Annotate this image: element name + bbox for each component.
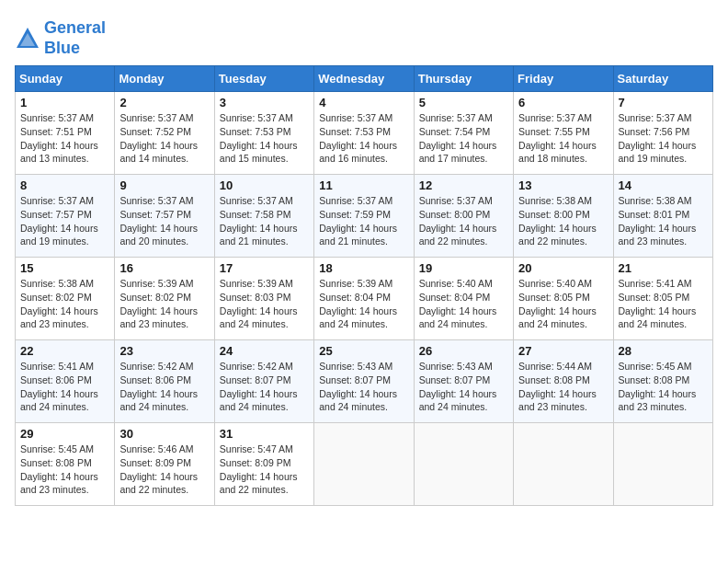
calendar-cell: 22Sunrise: 5:41 AM Sunset: 8:06 PM Dayli…: [16, 340, 115, 423]
day-number: 23: [119, 344, 209, 358]
day-info: Sunrise: 5:37 AM Sunset: 7:57 PM Dayligh…: [119, 194, 209, 248]
day-info: Sunrise: 5:39 AM Sunset: 8:03 PM Dayligh…: [220, 277, 309, 331]
day-info: Sunrise: 5:41 AM Sunset: 8:06 PM Dayligh…: [20, 360, 109, 414]
day-number: 14: [619, 178, 708, 192]
weekday-header-wednesday: Wednesday: [314, 66, 414, 92]
day-number: 9: [119, 178, 209, 192]
calendar-cell: 7Sunrise: 5:37 AM Sunset: 7:56 PM Daylig…: [613, 92, 712, 175]
day-number: 26: [419, 344, 508, 358]
day-number: 20: [518, 261, 608, 275]
day-number: 15: [20, 261, 109, 275]
day-number: 3: [220, 96, 309, 109]
calendar-cell: 6Sunrise: 5:37 AM Sunset: 7:55 PM Daylig…: [514, 92, 613, 175]
calendar-cell: 4Sunrise: 5:37 AM Sunset: 7:53 PM Daylig…: [314, 92, 414, 175]
calendar-cell: [314, 423, 414, 506]
day-number: 2: [119, 96, 209, 109]
day-number: 11: [319, 178, 408, 192]
calendar-cell: 31Sunrise: 5:47 AM Sunset: 8:09 PM Dayli…: [214, 423, 313, 506]
weekday-header-saturday: Saturday: [613, 66, 712, 92]
day-number: 21: [619, 261, 708, 275]
calendar-cell: 28Sunrise: 5:45 AM Sunset: 8:08 PM Dayli…: [613, 340, 712, 423]
calendar-cell: 27Sunrise: 5:44 AM Sunset: 8:08 PM Dayli…: [514, 340, 613, 423]
day-info: Sunrise: 5:45 AM Sunset: 8:08 PM Dayligh…: [20, 442, 109, 497]
day-number: 1: [20, 96, 109, 109]
day-info: Sunrise: 5:37 AM Sunset: 7:55 PM Dayligh…: [518, 111, 608, 166]
day-info: Sunrise: 5:42 AM Sunset: 8:06 PM Dayligh…: [119, 360, 209, 414]
weekday-header-thursday: Thursday: [414, 66, 513, 92]
calendar-cell: 5Sunrise: 5:37 AM Sunset: 7:54 PM Daylig…: [414, 92, 513, 175]
day-info: Sunrise: 5:37 AM Sunset: 7:54 PM Dayligh…: [419, 111, 508, 166]
day-number: 5: [419, 96, 508, 109]
calendar-cell: 19Sunrise: 5:40 AM Sunset: 8:04 PM Dayli…: [414, 258, 513, 340]
page-header: General Blue: [15, 15, 713, 58]
day-number: 4: [319, 96, 408, 109]
day-number: 25: [319, 344, 408, 358]
day-number: 13: [518, 178, 608, 192]
calendar-cell: [613, 423, 712, 506]
day-info: Sunrise: 5:46 AM Sunset: 8:09 PM Dayligh…: [119, 442, 209, 497]
day-number: 6: [518, 96, 608, 109]
day-info: Sunrise: 5:37 AM Sunset: 7:58 PM Dayligh…: [220, 194, 309, 248]
calendar-cell: [514, 423, 613, 506]
day-info: Sunrise: 5:40 AM Sunset: 8:05 PM Dayligh…: [518, 277, 608, 331]
week-row-4: 22Sunrise: 5:41 AM Sunset: 8:06 PM Dayli…: [16, 340, 713, 423]
calendar-cell: 1Sunrise: 5:37 AM Sunset: 7:51 PM Daylig…: [16, 92, 115, 175]
calendar-cell: 15Sunrise: 5:38 AM Sunset: 8:02 PM Dayli…: [16, 258, 115, 340]
week-row-1: 1Sunrise: 5:37 AM Sunset: 7:51 PM Daylig…: [16, 92, 713, 175]
day-number: 8: [20, 178, 109, 192]
day-number: 18: [319, 261, 408, 275]
day-number: 12: [419, 178, 508, 192]
day-info: Sunrise: 5:39 AM Sunset: 8:04 PM Dayligh…: [319, 277, 408, 331]
calendar-cell: [414, 423, 513, 506]
day-info: Sunrise: 5:37 AM Sunset: 7:51 PM Dayligh…: [20, 111, 109, 166]
calendar-cell: 30Sunrise: 5:46 AM Sunset: 8:09 PM Dayli…: [115, 423, 214, 506]
day-info: Sunrise: 5:43 AM Sunset: 8:07 PM Dayligh…: [419, 360, 508, 414]
day-number: 17: [220, 261, 309, 275]
calendar-cell: 16Sunrise: 5:39 AM Sunset: 8:02 PM Dayli…: [115, 258, 214, 340]
day-number: 29: [20, 427, 109, 441]
day-number: 28: [619, 344, 708, 358]
calendar-cell: 17Sunrise: 5:39 AM Sunset: 8:03 PM Dayli…: [214, 258, 313, 340]
calendar-cell: 29Sunrise: 5:45 AM Sunset: 8:08 PM Dayli…: [16, 423, 115, 506]
day-number: 10: [220, 178, 309, 192]
calendar-cell: 9Sunrise: 5:37 AM Sunset: 7:57 PM Daylig…: [115, 175, 214, 258]
calendar-cell: 21Sunrise: 5:41 AM Sunset: 8:05 PM Dayli…: [613, 258, 712, 340]
day-info: Sunrise: 5:47 AM Sunset: 8:09 PM Dayligh…: [220, 442, 309, 497]
day-info: Sunrise: 5:44 AM Sunset: 8:08 PM Dayligh…: [518, 360, 608, 414]
calendar-cell: 26Sunrise: 5:43 AM Sunset: 8:07 PM Dayli…: [414, 340, 513, 423]
logo-icon: [15, 26, 40, 52]
day-info: Sunrise: 5:45 AM Sunset: 8:08 PM Dayligh…: [619, 360, 708, 414]
weekday-header-friday: Friday: [514, 66, 613, 92]
day-number: 24: [220, 344, 309, 358]
calendar-cell: 2Sunrise: 5:37 AM Sunset: 7:52 PM Daylig…: [115, 92, 214, 175]
calendar-cell: 11Sunrise: 5:37 AM Sunset: 7:59 PM Dayli…: [314, 175, 414, 258]
calendar-cell: 13Sunrise: 5:38 AM Sunset: 8:00 PM Dayli…: [514, 175, 613, 258]
calendar-cell: 12Sunrise: 5:37 AM Sunset: 8:00 PM Dayli…: [414, 175, 513, 258]
weekday-header-sunday: Sunday: [16, 66, 115, 92]
day-number: 27: [518, 344, 608, 358]
calendar-cell: 3Sunrise: 5:37 AM Sunset: 7:53 PM Daylig…: [214, 92, 313, 175]
weekday-header-monday: Monday: [115, 66, 214, 92]
day-info: Sunrise: 5:37 AM Sunset: 7:56 PM Dayligh…: [619, 111, 708, 166]
calendar-table: SundayMondayTuesdayWednesdayThursdayFrid…: [15, 65, 713, 506]
day-info: Sunrise: 5:37 AM Sunset: 7:53 PM Dayligh…: [319, 111, 408, 166]
logo: General Blue: [15, 18, 106, 58]
day-number: 16: [119, 261, 209, 275]
day-number: 30: [119, 427, 209, 441]
day-info: Sunrise: 5:42 AM Sunset: 8:07 PM Dayligh…: [220, 360, 309, 414]
calendar-cell: 24Sunrise: 5:42 AM Sunset: 8:07 PM Dayli…: [214, 340, 313, 423]
day-number: 31: [220, 427, 309, 441]
day-info: Sunrise: 5:38 AM Sunset: 8:01 PM Dayligh…: [619, 194, 708, 248]
week-row-3: 15Sunrise: 5:38 AM Sunset: 8:02 PM Dayli…: [16, 258, 713, 340]
weekday-header-row: SundayMondayTuesdayWednesdayThursdayFrid…: [16, 66, 713, 92]
week-row-2: 8Sunrise: 5:37 AM Sunset: 7:57 PM Daylig…: [16, 175, 713, 258]
day-info: Sunrise: 5:37 AM Sunset: 8:00 PM Dayligh…: [419, 194, 508, 248]
logo-text: General Blue: [44, 18, 106, 58]
calendar-cell: 20Sunrise: 5:40 AM Sunset: 8:05 PM Dayli…: [514, 258, 613, 340]
day-number: 22: [20, 344, 109, 358]
weekday-header-tuesday: Tuesday: [214, 66, 313, 92]
day-info: Sunrise: 5:38 AM Sunset: 8:02 PM Dayligh…: [20, 277, 109, 331]
week-row-5: 29Sunrise: 5:45 AM Sunset: 8:08 PM Dayli…: [16, 423, 713, 506]
day-info: Sunrise: 5:37 AM Sunset: 7:52 PM Dayligh…: [119, 111, 209, 166]
day-info: Sunrise: 5:37 AM Sunset: 7:59 PM Dayligh…: [319, 194, 408, 248]
